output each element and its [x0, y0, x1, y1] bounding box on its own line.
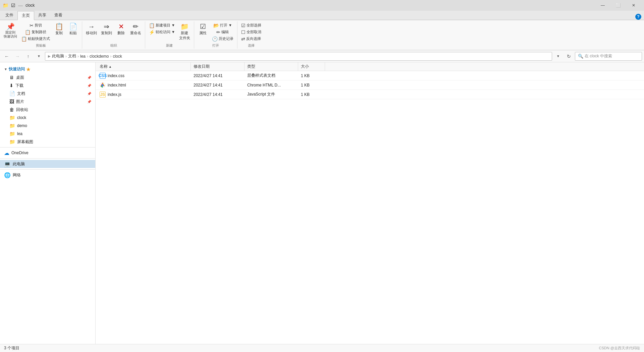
new-item-icon: 📋: [149, 23, 155, 28]
cut-button[interactable]: ✂ 剪切: [19, 22, 52, 28]
search-box[interactable]: 🔍 在 clock 中搜索: [575, 52, 642, 61]
screenshots-folder-icon: 📁: [9, 139, 15, 144]
js-file-size: 1 KB: [298, 92, 325, 97]
easy-access-icon: ⚡: [149, 30, 155, 35]
sidebar-item-downloads[interactable]: ⬇ 下载 📌: [0, 81, 95, 90]
back-button[interactable]: ←: [2, 52, 11, 61]
network-icon: 🌐: [4, 172, 11, 178]
history-button[interactable]: 🕐 历史记录: [210, 36, 235, 42]
new-folder-button[interactable]: 📁 新建文件夹: [177, 22, 192, 42]
tab-home[interactable]: 主页: [17, 11, 34, 20]
forward-button[interactable]: →: [13, 52, 22, 61]
breadcrumb-pc[interactable]: 此电脑: [52, 53, 64, 59]
titlebar: 📁 ☑ — clock — ⬜ ✕: [0, 0, 644, 11]
toolbar-bar: ← → ↑ ▼ ▶ 此电脑 › 文档 › lea › clockdemo › c…: [0, 50, 644, 62]
pin-to-quick-access-button[interactable]: 📌 固定到快速访问: [2, 22, 19, 40]
sidebar-item-lea[interactable]: 📁 lea: [0, 130, 95, 138]
sidebar-item-onedrive[interactable]: ☁ OneDrive: [0, 149, 95, 157]
item-count: 3 个项目: [4, 345, 19, 351]
edit-button[interactable]: ✏ 编辑: [210, 29, 235, 35]
up-button[interactable]: ↑: [23, 52, 33, 61]
col-name-label: 名称: [100, 64, 108, 69]
breadcrumb-lea[interactable]: lea: [80, 54, 86, 59]
new-group-label: 新建: [166, 42, 173, 48]
select-all-button[interactable]: ☑ 全部选择: [239, 22, 263, 28]
documents-pin-icon: 📌: [87, 92, 91, 96]
delete-icon: ✕: [118, 23, 124, 30]
sidebar-item-pictures[interactable]: 🖼 图片 📌: [0, 98, 95, 106]
pin-icon: 📌: [6, 23, 15, 30]
paste-shortcut-icon: 📋: [21, 37, 27, 41]
search-icon: 🔍: [578, 54, 583, 59]
breadcrumb-clock[interactable]: clock: [113, 54, 122, 59]
col-header-date[interactable]: 修改日期: [191, 62, 245, 71]
dropdown-recent-button[interactable]: ▼: [34, 52, 44, 61]
sort-asc-icon: ▲: [109, 65, 112, 68]
copy-button[interactable]: 📋 复制: [52, 22, 66, 37]
sidebar-item-thispc[interactable]: 💻 此电脑: [0, 160, 95, 168]
open-group-label: 打开: [212, 42, 219, 48]
col-header-size[interactable]: 大小: [298, 62, 325, 71]
maximize-button[interactable]: ⬜: [610, 0, 626, 11]
copy-to-button[interactable]: ⇒ 复制到: [99, 22, 114, 37]
lea-folder-icon: 📁: [9, 131, 15, 136]
rename-button[interactable]: ✏ 重命名: [128, 22, 143, 37]
html-file-icon: [100, 82, 106, 88]
sidebar-item-network[interactable]: 🌐 网络: [0, 171, 95, 179]
ribbon-group-open: ☑ 属性 📂 打开 ▼ ✏ 编辑 🕐 历史记录: [194, 21, 237, 49]
address-bar[interactable]: ▶ 此电脑 › 文档 › lea › clockdemo › clock: [45, 52, 552, 61]
file-row-js[interactable]: JS index.js 2022/4/27 14:41 JavaScript 文…: [96, 90, 644, 99]
title-text: clock: [25, 3, 35, 8]
invert-select-button[interactable]: ⇄ 反向选择: [239, 36, 263, 42]
open-button[interactable]: 📂 打开 ▼: [210, 22, 235, 28]
select-all-icon: ☑: [241, 23, 246, 28]
address-dropdown-button[interactable]: ▼: [553, 52, 563, 61]
refresh-button[interactable]: ↻: [564, 52, 574, 61]
html-file-date: 2022/4/27 14:41: [191, 83, 245, 87]
quick-access-chevron: ▼: [4, 67, 7, 71]
breadcrumb-docs[interactable]: 文档: [68, 53, 76, 59]
col-header-type[interactable]: 类型: [245, 62, 298, 71]
sidebar-clock-label: clock: [17, 115, 26, 120]
easy-access-button[interactable]: ⚡ 轻松访问 ▼: [147, 29, 177, 35]
sidebar-thispc-label: 此电脑: [13, 161, 25, 167]
sidebar-item-recycle[interactable]: 🗑 回收站: [0, 106, 95, 114]
quick-access-star-icon: ★: [26, 67, 31, 72]
sidebar-item-desktop[interactable]: 🖥 桌面 📌: [0, 73, 95, 81]
breadcrumb-clockdemo[interactable]: clockdemo: [90, 54, 109, 59]
col-header-name[interactable]: 名称 ▲: [97, 62, 191, 71]
pictures-icon: 🖼: [9, 99, 14, 104]
quick-access-header[interactable]: ▼ 快速访问 ★: [0, 65, 95, 73]
sidebar-item-demo[interactable]: 📁 demo: [0, 122, 95, 130]
clock-folder-icon: 📁: [9, 115, 15, 120]
paste-shortcut-button[interactable]: 📋 粘贴快捷方式: [19, 36, 52, 42]
tab-file[interactable]: 文件: [1, 11, 17, 20]
paste-button[interactable]: 📄 粘贴: [66, 22, 80, 37]
delete-button[interactable]: ✕ 删除: [114, 22, 128, 37]
title-check-icon: ☑: [11, 3, 15, 8]
copy-path-button[interactable]: 📋 复制路径: [19, 29, 52, 35]
title-dash-icon: —: [18, 3, 23, 8]
ribbon-group-organize: → 移动到 ⇒ 复制到 ✕ 删除 ✏ 重命名 组织: [82, 21, 145, 49]
file-row-css[interactable]: CSS index.css 2022/4/27 14:41 层叠样式表文档 1 …: [96, 71, 644, 80]
tab-view[interactable]: 查看: [50, 11, 66, 20]
col-date-label: 修改日期: [194, 64, 210, 69]
copy-to-icon: ⇒: [104, 23, 109, 30]
file-row-html[interactable]: index.html 2022/4/27 14:41 Chrome HTML D…: [96, 80, 644, 90]
tab-share[interactable]: 共享: [34, 11, 50, 20]
js-file-icon: JS: [100, 92, 106, 98]
help-icon[interactable]: ?: [635, 14, 641, 20]
move-to-button[interactable]: → 移动到: [84, 22, 99, 37]
sidebar-item-screenshots[interactable]: 📁 屏幕截图: [0, 138, 95, 146]
new-item-button[interactable]: 📋 新建项目 ▼: [147, 22, 177, 28]
invert-select-icon: ⇄: [241, 37, 245, 41]
sidebar-item-documents[interactable]: 📄 文档 📌: [0, 90, 95, 98]
minimize-button[interactable]: —: [595, 0, 610, 11]
html-file-type: Chrome HTML D...: [245, 83, 298, 87]
close-button[interactable]: ✕: [626, 0, 641, 11]
deselect-all-button[interactable]: ☐ 全部取消: [239, 29, 263, 35]
properties-button[interactable]: ☑ 属性: [196, 22, 210, 37]
sidebar-item-clock[interactable]: 📁 clock: [0, 114, 95, 122]
edit-icon: ✏: [216, 30, 220, 35]
sidebar-divider-3: [0, 169, 95, 170]
